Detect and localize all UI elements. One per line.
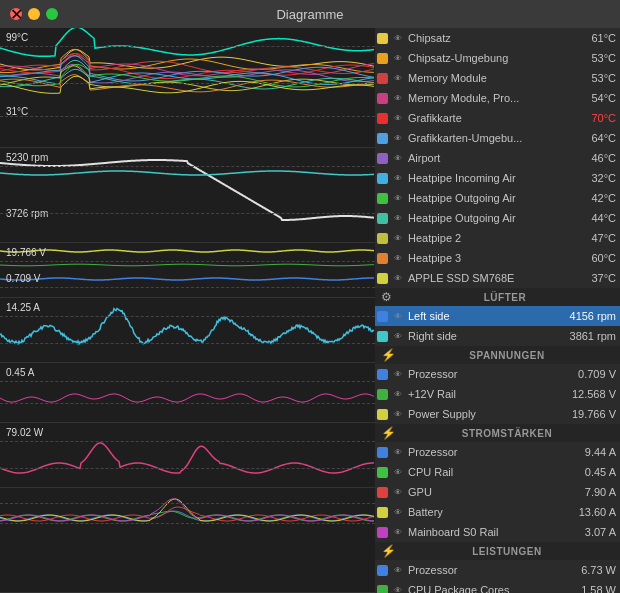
watt-chart: 79.02 W bbox=[0, 423, 375, 488]
sensor-row[interactable]: 👁Chipsatz61°C bbox=[375, 28, 620, 48]
current-sensors: 👁Prozessor9.44 A👁CPU Rail0.45 A👁GPU7.90 … bbox=[375, 442, 620, 542]
eye-icon[interactable]: 👁 bbox=[391, 173, 405, 183]
eye-icon[interactable]: 👁 bbox=[391, 487, 405, 497]
eye-icon[interactable]: 👁 bbox=[391, 133, 405, 143]
sensor-row[interactable]: 👁Heatpipe 360°C bbox=[375, 248, 620, 268]
sensor-row[interactable]: 👁CPU Rail0.45 A bbox=[375, 462, 620, 482]
color-swatch bbox=[377, 527, 388, 538]
color-swatch bbox=[377, 565, 388, 576]
maximize-button[interactable] bbox=[46, 8, 58, 20]
eye-icon[interactable]: 👁 bbox=[391, 389, 405, 399]
eye-icon[interactable]: 👁 bbox=[391, 193, 405, 203]
eye-icon[interactable]: 👁 bbox=[391, 331, 405, 341]
sensor-name: Grafikkarte bbox=[408, 112, 560, 124]
sensor-row[interactable]: 👁Heatpipe Incoming Air32°C bbox=[375, 168, 620, 188]
fan-icon: ⚙ bbox=[381, 290, 392, 304]
title-bar: ✕ Diagramme bbox=[0, 0, 620, 28]
sensor-name: Prozessor bbox=[408, 368, 560, 380]
volt-label: 19.766 V bbox=[6, 247, 46, 258]
eye-icon[interactable]: 👁 bbox=[391, 585, 405, 593]
sensor-value: 44°C bbox=[564, 212, 616, 224]
power-label: Leistungen bbox=[400, 546, 614, 557]
sensor-name: Heatpipe 3 bbox=[408, 252, 560, 264]
sensor-row[interactable]: 👁Left side4156 rpm bbox=[375, 306, 620, 326]
sensor-row[interactable]: 👁Memory Module, Pro...54°C bbox=[375, 88, 620, 108]
sensor-row[interactable]: 👁Heatpipe Outgoing Air42°C bbox=[375, 188, 620, 208]
color-swatch bbox=[377, 585, 388, 594]
sensor-row[interactable]: 👁Airport46°C bbox=[375, 148, 620, 168]
sensor-row[interactable]: 👁Heatpipe 247°C bbox=[375, 228, 620, 248]
sensor-value: 7.90 A bbox=[564, 486, 616, 498]
sensor-row[interactable]: 👁Chipsatz-Umgebung53°C bbox=[375, 48, 620, 68]
eye-icon[interactable]: 👁 bbox=[391, 311, 405, 321]
amp-label: 14.25 A bbox=[6, 302, 40, 313]
sensor-row[interactable]: 👁Grafikkarten-Umgebu...64°C bbox=[375, 128, 620, 148]
color-swatch bbox=[377, 193, 388, 204]
eye-icon[interactable]: 👁 bbox=[391, 53, 405, 63]
sensor-row[interactable]: 👁Prozessor9.44 A bbox=[375, 442, 620, 462]
eye-icon[interactable]: 👁 bbox=[391, 409, 405, 419]
minimize-button[interactable] bbox=[28, 8, 40, 20]
sensor-name: Heatpipe Incoming Air bbox=[408, 172, 560, 184]
sensor-name: CPU Package Cores bbox=[408, 584, 560, 593]
eye-icon[interactable]: 👁 bbox=[391, 447, 405, 457]
sensor-name: Chipsatz-Umgebung bbox=[408, 52, 560, 64]
sensor-row[interactable]: 👁Memory Module53°C bbox=[375, 68, 620, 88]
window-title: Diagramme bbox=[276, 7, 343, 22]
eye-icon[interactable]: 👁 bbox=[391, 93, 405, 103]
color-swatch bbox=[377, 33, 388, 44]
sensor-value: 53°C bbox=[564, 52, 616, 64]
color-swatch bbox=[377, 331, 388, 342]
volt-chart: 19.766 V 0.709 V bbox=[0, 243, 375, 298]
lightning-icon-power: ⚡ bbox=[381, 544, 396, 558]
temp-top-label: 99°C bbox=[6, 32, 28, 43]
eye-icon[interactable]: 👁 bbox=[391, 153, 405, 163]
sensor-row[interactable]: 👁GPU7.90 A bbox=[375, 482, 620, 502]
eye-icon[interactable]: 👁 bbox=[391, 527, 405, 537]
sensor-name: Grafikkarten-Umgebu... bbox=[408, 132, 560, 144]
sensor-row[interactable]: 👁Right side3861 rpm bbox=[375, 326, 620, 346]
sensor-name: Prozessor bbox=[408, 564, 560, 576]
color-swatch bbox=[377, 133, 388, 144]
sensor-value: 60°C bbox=[564, 252, 616, 264]
eye-icon[interactable]: 👁 bbox=[391, 33, 405, 43]
eye-icon[interactable]: 👁 bbox=[391, 467, 405, 477]
color-swatch bbox=[377, 447, 388, 458]
sensor-value: 4156 rpm bbox=[564, 310, 616, 322]
sensor-row[interactable]: 👁Mainboard S0 Rail3.07 A bbox=[375, 522, 620, 542]
sensor-row[interactable]: 👁CPU Package Cores1.58 W bbox=[375, 580, 620, 593]
sensor-name: +12V Rail bbox=[408, 388, 560, 400]
color-swatch bbox=[377, 73, 388, 84]
eye-icon[interactable]: 👁 bbox=[391, 273, 405, 283]
eye-icon[interactable]: 👁 bbox=[391, 565, 405, 575]
amp2-chart: 0.45 A bbox=[0, 363, 375, 423]
close-button[interactable]: ✕ bbox=[10, 8, 22, 20]
color-swatch bbox=[377, 213, 388, 224]
eye-icon[interactable]: 👁 bbox=[391, 369, 405, 379]
eye-icon[interactable]: 👁 bbox=[391, 233, 405, 243]
color-swatch bbox=[377, 389, 388, 400]
sensor-row[interactable]: 👁APPLE SSD SM768E37°C bbox=[375, 268, 620, 288]
window-controls[interactable]: ✕ bbox=[10, 8, 58, 20]
eye-icon[interactable]: 👁 bbox=[391, 73, 405, 83]
sensor-value: 6.73 W bbox=[564, 564, 616, 576]
sensor-row[interactable]: 👁+12V Rail12.568 V bbox=[375, 384, 620, 404]
temperature-sensors: 👁Chipsatz61°C👁Chipsatz-Umgebung53°C👁Memo… bbox=[375, 28, 620, 288]
sensor-value: 70°C bbox=[564, 112, 616, 124]
sensor-value: 32°C bbox=[564, 172, 616, 184]
sensor-row[interactable]: 👁Prozessor0.709 V bbox=[375, 364, 620, 384]
sensor-name: Battery bbox=[408, 506, 560, 518]
amp2-label: 0.45 A bbox=[6, 367, 34, 378]
sensor-row[interactable]: 👁Heatpipe Outgoing Air44°C bbox=[375, 208, 620, 228]
sensor-row[interactable]: 👁Battery13.60 A bbox=[375, 502, 620, 522]
sensor-row[interactable]: 👁Power Supply19.766 V bbox=[375, 404, 620, 424]
amp-chart: 14.25 A bbox=[0, 298, 375, 363]
eye-icon[interactable]: 👁 bbox=[391, 113, 405, 123]
sensor-row[interactable]: 👁Grafikkarte70°C bbox=[375, 108, 620, 128]
eye-icon[interactable]: 👁 bbox=[391, 213, 405, 223]
currents-section-header: ⚡ Stromstärken bbox=[375, 424, 620, 442]
eye-icon[interactable]: 👁 bbox=[391, 253, 405, 263]
sensor-name: Power Supply bbox=[408, 408, 560, 420]
eye-icon[interactable]: 👁 bbox=[391, 507, 405, 517]
sensor-row[interactable]: 👁Prozessor6.73 W bbox=[375, 560, 620, 580]
